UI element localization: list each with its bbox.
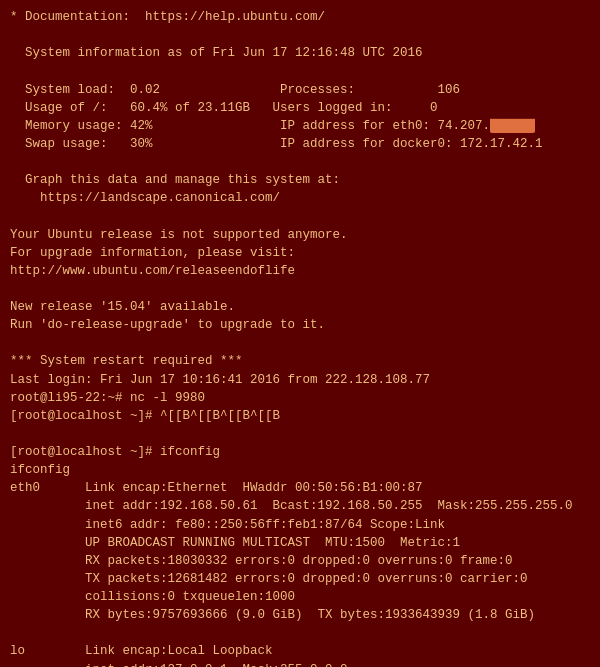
eth0-line2: inet addr:192.168.50.61 Bcast:192.168.50… — [10, 497, 590, 515]
cmd2-line: [root@localhost ~]# ^[[B^[[B^[[B^[[B — [10, 407, 590, 425]
lo-line1: lo Link encap:Local Loopback — [10, 642, 590, 660]
doc-line: * Documentation: https://help.ubuntu.com… — [10, 8, 590, 26]
ifconfig-header: ifconfig — [10, 461, 590, 479]
cmd3-line: [root@localhost ~]# ifconfig — [10, 443, 590, 461]
usage-of-line: Usage of /: 60.4% of 23.11GB Users logge… — [10, 99, 590, 117]
eth0-line8: RX bytes:9757693666 (9.0 GiB) TX bytes:1… — [10, 606, 590, 624]
eth0-line1: eth0 Link encap:Ethernet HWaddr 00:50:56… — [10, 479, 590, 497]
eth0-line3: inet6 addr: fe80::250:56ff:feb1:87/64 Sc… — [10, 516, 590, 534]
memory-line: Memory usage: 42% IP address for eth0: 7… — [10, 117, 590, 135]
blank5 — [10, 280, 590, 298]
graph2-line: https://landscape.canonical.com/ — [10, 189, 590, 207]
lastlogin-line: Last login: Fri Jun 17 10:16:41 2016 fro… — [10, 371, 590, 389]
sysload-line: System load: 0.02 Processes: 106 — [10, 81, 590, 99]
cmd1-line: root@li95-22:~# nc -l 9980 — [10, 389, 590, 407]
release1-line: Your Ubuntu release is not supported any… — [10, 226, 590, 244]
sysinfo-line: System information as of Fri Jun 17 12:1… — [10, 44, 590, 62]
blank2 — [10, 62, 590, 80]
redacted-ip: ██████ — [490, 119, 535, 133]
blank6 — [10, 334, 590, 352]
blank4 — [10, 207, 590, 225]
eth0-line4: UP BROADCAST RUNNING MULTICAST MTU:1500 … — [10, 534, 590, 552]
release2-line: For upgrade information, please visit: — [10, 244, 590, 262]
release3-line: http://www.ubuntu.com/releaseendoflife — [10, 262, 590, 280]
newrel2-line: Run 'do-release-upgrade' to upgrade to i… — [10, 316, 590, 334]
blank8 — [10, 624, 590, 642]
eth0-line7: collisions:0 txqueuelen:1000 — [10, 588, 590, 606]
terminal-window: * Documentation: https://help.ubuntu.com… — [0, 0, 600, 667]
blank7 — [10, 425, 590, 443]
blank3 — [10, 153, 590, 171]
eth0-line6: TX packets:12681482 errors:0 dropped:0 o… — [10, 570, 590, 588]
blank1 — [10, 26, 590, 44]
restart-line: *** System restart required *** — [10, 352, 590, 370]
lo-line2: inet addr:127.0.0.1 Mask:255.0.0.0 — [10, 661, 590, 668]
swap-line: Swap usage: 30% IP address for docker0: … — [10, 135, 590, 153]
graph1-line: Graph this data and manage this system a… — [10, 171, 590, 189]
eth0-line5: RX packets:18030332 errors:0 dropped:0 o… — [10, 552, 590, 570]
newrel1-line: New release '15.04' available. — [10, 298, 590, 316]
